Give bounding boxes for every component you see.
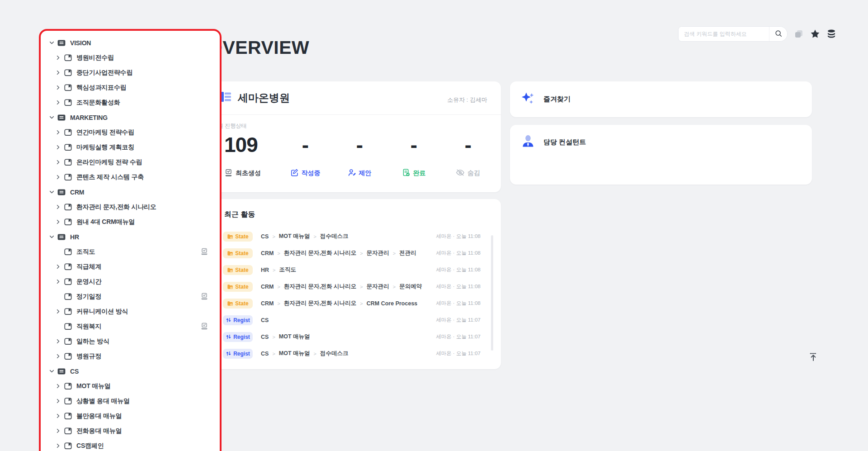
breadcrumb-separator: >: [314, 234, 316, 239]
chevron-down-icon[interactable]: [47, 113, 56, 122]
tree-section-row[interactable]: CS: [41, 364, 220, 379]
tree-item-row[interactable]: 연간마케팅 전략수립: [41, 125, 220, 140]
tree-item-row[interactable]: 원내 4대 CRM매뉴얼: [41, 214, 220, 229]
chevron-right-icon[interactable]: [53, 397, 62, 406]
chevron-right-icon[interactable]: [53, 158, 62, 167]
chevron-down-icon[interactable]: [47, 233, 56, 242]
chevron-right-icon[interactable]: [53, 128, 62, 137]
state-badge: State: [223, 232, 253, 242]
chevron-right-icon[interactable]: [53, 68, 62, 77]
breadcrumb-segment: MOT 매뉴얼: [279, 350, 310, 357]
tree-section-row[interactable]: VISION: [41, 35, 220, 50]
submitted-check-icon: [200, 247, 209, 256]
folder-bookmark-icon: [63, 397, 72, 406]
chevron-right-icon[interactable]: [53, 307, 62, 316]
regist-badge: Regist: [223, 332, 253, 342]
activity-row[interactable]: RegistCS>MOT 매뉴얼>접수데스크세마온 · 오늘 11:07: [208, 345, 501, 362]
tree-item-label: 정기일정: [76, 293, 101, 301]
tree-item-row[interactable]: CS캠페인: [41, 438, 220, 451]
chevron-right-icon[interactable]: [53, 337, 62, 346]
category-box-icon: [57, 367, 66, 376]
tree-item-row[interactable]: 직급체계: [41, 259, 220, 274]
stat-initial: 109 최초생성: [224, 132, 283, 178]
tree-item-label: 핵심성과지표수립: [76, 84, 126, 92]
scroll-to-top-button[interactable]: [806, 350, 821, 366]
chevron-down-icon[interactable]: [47, 188, 56, 197]
tree-item-row[interactable]: 핵심성과지표수립: [41, 80, 220, 95]
chevron-right-icon[interactable]: [53, 352, 62, 361]
activity-scrollbar[interactable]: [491, 235, 493, 351]
tree-item-row[interactable]: 환자관리 문자,전화 시나리오: [41, 199, 220, 214]
tree-item-label: 연간마케팅 전략수립: [76, 128, 134, 137]
tree-item-row[interactable]: 콘텐츠 제작 시스템 구축: [41, 170, 220, 185]
tree-item-row[interactable]: 온라인마케팅 전략 수립: [41, 155, 220, 170]
chevron-right-icon[interactable]: [53, 143, 62, 152]
state-badge: State: [223, 299, 253, 309]
chevron-down-icon[interactable]: [47, 38, 56, 47]
star-icon[interactable]: [810, 29, 820, 39]
tree-item-row[interactable]: 조직문화활성화: [41, 95, 220, 110]
search-button[interactable]: [769, 27, 787, 41]
tree-item-row[interactable]: 중단기사업전략수립: [41, 65, 220, 80]
activity-row[interactable]: StateCRM>환자관리 문자,전화 시나리오>CRM Core Proces…: [208, 295, 501, 312]
copy-icon[interactable]: [794, 29, 804, 39]
database-icon[interactable]: [826, 29, 836, 39]
tree-item-row[interactable]: 전화응대 매뉴얼: [41, 423, 220, 438]
page-title: OVERVIEW: [208, 37, 309, 58]
chevron-right-icon[interactable]: [53, 83, 62, 92]
tree-item-row[interactable]: 조직도: [41, 244, 220, 259]
regist-arrows-icon: [226, 334, 231, 340]
stat-complete: - 완료: [389, 132, 439, 178]
chevron-right-icon[interactable]: [53, 412, 62, 421]
folder-bookmark-icon: [63, 337, 72, 346]
tree-item-row[interactable]: 일하는 방식: [41, 334, 220, 349]
tree-item-row[interactable]: 운영시간: [41, 274, 220, 289]
chevron-right-icon[interactable]: [53, 98, 62, 107]
tree-item-row[interactable]: 정기일정: [41, 289, 220, 304]
chevron-right-icon[interactable]: [53, 173, 62, 182]
activity-row[interactable]: StateHR>조직도세마온 · 오늘 11:08: [208, 261, 501, 278]
chevron-right-icon[interactable]: [53, 262, 62, 271]
tree-section-row[interactable]: CRM: [41, 185, 220, 199]
tree-item-row[interactable]: 불만응대 매뉴얼: [41, 408, 220, 423]
chevron-right-icon[interactable]: [53, 382, 62, 391]
tree-item-row[interactable]: 상황별 응대 매뉴얼: [41, 394, 220, 408]
folder-bookmark-icon: [63, 218, 72, 227]
breadcrumb-separator: >: [277, 284, 280, 290]
breadcrumb-segment: CRM: [261, 300, 274, 307]
chevron-right-icon[interactable]: [53, 442, 62, 451]
tree-item-row[interactable]: 마케팅실행 계획코칭: [41, 140, 220, 155]
chevron-right-icon[interactable]: [53, 427, 62, 436]
activity-breadcrumb: CRM>환자관리 문자,전화 시나리오>문자관리>전관리: [261, 249, 416, 257]
tree-item-label: 운영시간: [76, 278, 101, 286]
folder-bookmark-icon: [63, 262, 72, 271]
activity-row[interactable]: StateCS>MOT 매뉴얼>접수데스크세마온 · 오늘 11:08: [208, 228, 501, 245]
activity-breadcrumb: CS>MOT 매뉴얼: [261, 333, 310, 341]
breadcrumb-separator: >: [393, 251, 396, 256]
tree-item-row[interactable]: 직원복지: [41, 319, 220, 334]
activity-row[interactable]: RegistCS세마온 · 오늘 11:07: [208, 312, 501, 328]
breadcrumb-separator: >: [277, 251, 280, 256]
activity-breadcrumb: CS>MOT 매뉴얼>접수데스크: [261, 233, 349, 240]
chevron-right-icon[interactable]: [53, 203, 62, 212]
tree-section-row[interactable]: MARKETING: [41, 110, 220, 125]
tree-item-row[interactable]: 커뮤니케이션 방식: [41, 304, 220, 319]
chevron-right-icon[interactable]: [53, 53, 62, 62]
breadcrumb-separator: >: [360, 251, 363, 256]
tree-item-row[interactable]: MOT 매뉴얼: [41, 379, 220, 394]
breadcrumb-segment: 문자관리: [367, 249, 389, 257]
chevron-down-icon[interactable]: [47, 367, 56, 376]
tree-item-row[interactable]: 병원비전수립: [41, 50, 220, 65]
activity-row[interactable]: StateCRM>환자관리 문자,전화 시나리오>문자관리>문의예약세마온 · …: [208, 278, 501, 295]
search-input[interactable]: [679, 27, 769, 41]
chevron-right-icon[interactable]: [53, 277, 62, 286]
edit-icon: [290, 168, 299, 178]
breadcrumb-segment: 환자관리 문자,전화 시나리오: [284, 299, 356, 307]
chevron-right-icon[interactable]: [53, 218, 62, 227]
activity-row[interactable]: StateCRM>환자관리 문자,전화 시나리오>문자관리>전관리세마온 · 오…: [208, 245, 501, 261]
state-folder-icon: [227, 233, 233, 240]
tree-section-row[interactable]: HR: [41, 229, 220, 244]
navigation-tree-panel: VISION병원비전수립중단기사업전략수립핵심성과지표수립조직문화활성화MARK…: [39, 29, 222, 451]
activity-row[interactable]: RegistCS>MOT 매뉴얼세마온 · 오늘 11:07: [208, 328, 501, 345]
tree-item-row[interactable]: 병원규정: [41, 349, 220, 364]
